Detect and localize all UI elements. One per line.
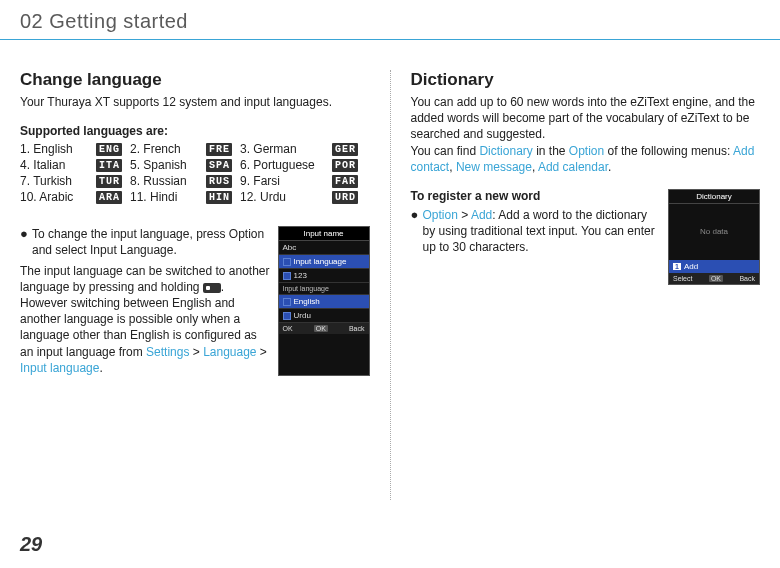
dict-screenshot-footer: Select OK Back bbox=[669, 273, 759, 284]
row-icon bbox=[283, 258, 291, 266]
lang-cell: 7. Turkish bbox=[20, 174, 90, 188]
language-grid: 1. English ENG 2. French FRE 3. German G… bbox=[20, 142, 370, 204]
lang-code-eng: ENG bbox=[96, 143, 122, 156]
dictionary-body-row: To register a new word ● Option > Add: A… bbox=[411, 189, 761, 285]
lang-code-fre: FRE bbox=[206, 143, 232, 156]
input-language-screenshot: Input name Abc Input language 123 Input … bbox=[278, 226, 370, 376]
lang-code-rus: RUS bbox=[206, 175, 232, 188]
settings-link: Settings bbox=[146, 345, 189, 359]
page-number: 29 bbox=[20, 533, 42, 556]
screenshot-opt-urdu: Urdu bbox=[279, 309, 369, 323]
row-icon bbox=[283, 272, 291, 280]
content-area: Change language Your Thuraya XT supports… bbox=[0, 40, 780, 500]
bullet-dot-icon: ● bbox=[20, 226, 26, 258]
row-text: Input language bbox=[294, 257, 365, 266]
row-icon bbox=[283, 298, 291, 306]
abc-indicator: Abc bbox=[283, 243, 297, 252]
dict-screenshot-title: Dictionary bbox=[669, 190, 759, 204]
softkey-right: Back bbox=[349, 325, 365, 332]
lang-code-ita: ITA bbox=[96, 159, 122, 172]
hash-key-icon bbox=[203, 283, 221, 293]
lang-code-urd: URD bbox=[332, 191, 358, 204]
add-row-label: Add bbox=[684, 262, 698, 271]
row-text: 123 bbox=[294, 271, 365, 280]
lang-cell: 4. Italian bbox=[20, 158, 90, 172]
row-text: Urdu bbox=[294, 311, 365, 320]
input-language-link: Input language bbox=[20, 361, 99, 375]
comma: , bbox=[449, 160, 456, 174]
lang-cell: 10. Arabic bbox=[20, 190, 90, 204]
left-body-row: ● To change the input language, press Op… bbox=[20, 226, 370, 376]
screenshot-subheader: Input language bbox=[279, 283, 369, 295]
lang-cell: 6. Portuguese bbox=[240, 158, 326, 172]
screenshot-title: Input name bbox=[279, 227, 369, 241]
sep: > bbox=[458, 208, 471, 222]
sep: > bbox=[257, 345, 267, 359]
add-row-number: 1 bbox=[673, 263, 681, 270]
input-language-paragraph: The input language can be switched to an… bbox=[20, 263, 270, 376]
screenshot-indicator-row: Abc bbox=[279, 241, 369, 255]
add-calendar-link: Add calendar bbox=[538, 160, 608, 174]
new-message-link: New message bbox=[456, 160, 532, 174]
sep: > bbox=[189, 345, 203, 359]
period: . bbox=[608, 160, 611, 174]
dict-intro-2b: in the bbox=[533, 144, 569, 158]
dictionary-intro: You can add up to 60 new words into the … bbox=[411, 94, 761, 175]
period: . bbox=[99, 361, 102, 375]
register-word-heading: To register a new word bbox=[411, 189, 659, 203]
left-column: Change language Your Thuraya XT supports… bbox=[20, 70, 390, 500]
dict-intro-2c: of the following menus: bbox=[604, 144, 733, 158]
softkey-center: OK bbox=[314, 325, 328, 332]
dict-screenshot-add-row: 1 Add bbox=[669, 260, 759, 273]
dict-intro-2a: You can find bbox=[411, 144, 480, 158]
lang-code-hin: HIN bbox=[206, 191, 232, 204]
change-language-intro: Your Thuraya XT supports 12 system and i… bbox=[20, 94, 370, 110]
softkey-center: OK bbox=[709, 275, 723, 282]
chapter-header: 02 Getting started bbox=[0, 0, 780, 40]
column-divider bbox=[390, 70, 391, 500]
lang-code-tur: TUR bbox=[96, 175, 122, 188]
language-link: Language bbox=[203, 345, 256, 359]
change-language-title: Change language bbox=[20, 70, 370, 90]
lang-cell: 9. Farsi bbox=[240, 174, 326, 188]
lang-code-ara: ARA bbox=[96, 191, 122, 204]
right-column: Dictionary You can add up to 60 new word… bbox=[401, 70, 761, 500]
bullet-text: To change the input language, press Opti… bbox=[32, 226, 270, 258]
lang-cell: 3. German bbox=[240, 142, 326, 156]
screenshot-row-input-language: Input language bbox=[279, 255, 369, 269]
option-link-2: Option bbox=[423, 208, 458, 222]
supported-languages-heading: Supported languages are: bbox=[20, 124, 370, 138]
lang-code-spa: SPA bbox=[206, 159, 232, 172]
lang-cell: 11. Hindi bbox=[130, 190, 200, 204]
bullet-text: Option > Add: Add a word to the dictiona… bbox=[423, 207, 659, 256]
lang-code-far: FAR bbox=[332, 175, 358, 188]
row-icon bbox=[283, 312, 291, 320]
softkey-left: Select bbox=[673, 275, 692, 282]
lang-code-ger: GER bbox=[332, 143, 358, 156]
screenshot-row-123: 123 bbox=[279, 269, 369, 283]
screenshot-footer: OK OK Back bbox=[279, 323, 369, 334]
dictionary-text-column: To register a new word ● Option > Add: A… bbox=[411, 189, 659, 285]
option-link: Option bbox=[569, 144, 604, 158]
screenshot-opt-english: English bbox=[279, 295, 369, 309]
dict-screenshot-body: No data bbox=[669, 204, 759, 260]
lang-code-por: POR bbox=[332, 159, 358, 172]
dict-intro-1: You can add up to 60 new words into the … bbox=[411, 95, 755, 141]
softkey-right: Back bbox=[739, 275, 755, 282]
softkey-left: OK bbox=[283, 325, 293, 332]
lang-cell: 12. Urdu bbox=[240, 190, 326, 204]
dictionary-screenshot: Dictionary No data 1 Add Select OK Back bbox=[668, 189, 760, 285]
row-text: English bbox=[294, 297, 365, 306]
lang-cell: 5. Spanish bbox=[130, 158, 200, 172]
bullet-dot-icon: ● bbox=[411, 207, 417, 256]
bullet-register-word: ● Option > Add: Add a word to the dictio… bbox=[411, 207, 659, 256]
dictionary-title: Dictionary bbox=[411, 70, 761, 90]
lang-cell: 2. French bbox=[130, 142, 200, 156]
dictionary-link: Dictionary bbox=[479, 144, 532, 158]
left-text-column: ● To change the input language, press Op… bbox=[20, 226, 270, 376]
lang-cell: 1. English bbox=[20, 142, 90, 156]
bullet-change-input: ● To change the input language, press Op… bbox=[20, 226, 270, 258]
lang-cell: 8. Russian bbox=[130, 174, 200, 188]
add-link: Add bbox=[471, 208, 492, 222]
para-pre: The input language can be switched to an… bbox=[20, 264, 270, 294]
